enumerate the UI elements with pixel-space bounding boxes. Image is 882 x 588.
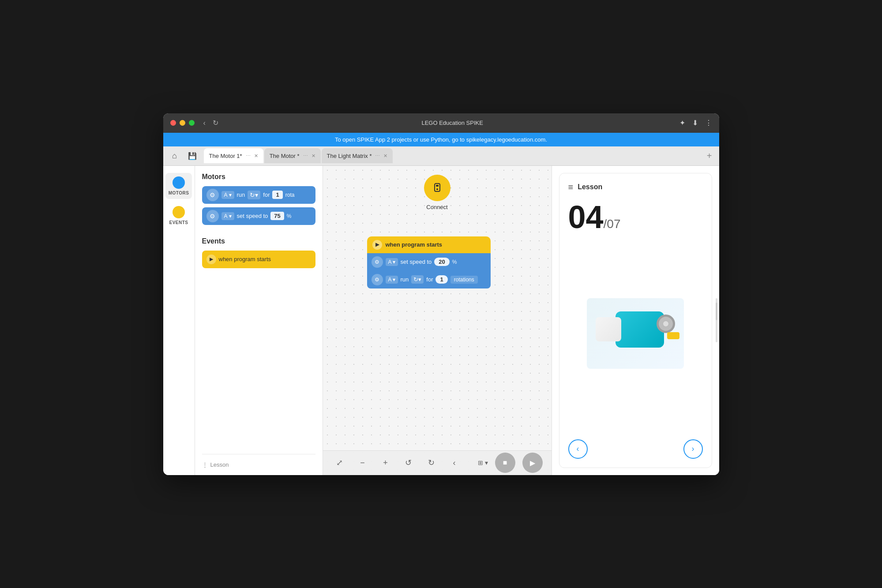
lesson-scrollbar[interactable] [716,298,717,342]
tabbar: ⌂ 💾 The Motor 1* ⋯ ✕ The Motor * ⋯ ✕ The… [163,146,719,166]
info-banner: To open SPIKE App 2 projects or use Pyth… [163,133,719,146]
tab-motor-label: The Motor * [270,153,300,159]
lesson-bottom-label: Lesson [210,461,229,468]
canvas-set-speed-label: set speed to [401,258,432,265]
window-title: LEGO Education SPIKE [225,120,679,126]
svg-rect-1 [436,185,439,187]
puzzle-icon[interactable]: ✦ [679,119,685,127]
grid-view-button[interactable]: ⊞ ▾ [478,459,488,466]
maximize-button[interactable] [189,120,195,126]
lesson-header: ≡ Lesson [568,182,703,192]
canvas-run-value[interactable]: 1 [435,275,447,284]
tab-lightmatrix-menu[interactable]: ⋯ [375,153,380,159]
grid-icon: ⊞ [478,459,483,466]
lesson-scrollbar-thumb [716,303,717,320]
lesson-total: /07 [604,217,621,231]
tab-motor1[interactable]: The Motor 1* ⋯ ✕ [204,148,263,163]
canvas-run-block[interactable]: ⚙ A ▾ run ↻▾ for 1 rotations [367,271,491,288]
traffic-lights [170,120,195,126]
canvas-motor-icon1: ⚙ [372,256,383,268]
block-port-dropdown[interactable]: A ▾ [221,191,234,199]
lesson-number: 04 [568,199,604,235]
canvas-set-speed-block[interactable]: ⚙ A ▾ set speed to 20 % [367,253,491,271]
play-run-button[interactable]: ▶ [522,453,543,473]
rotate-direction-icon[interactable]: ↻▾ [248,191,260,199]
lesson-title: Lesson [578,183,602,191]
lesson-next-button[interactable]: › [683,439,703,459]
canvas-program-blocks: ▶ when program starts ⚙ A ▾ set speed to… [367,236,491,288]
menu-icon[interactable]: ⋮ [705,119,712,127]
svg-point-2 [436,188,438,190]
tab-motor-menu[interactable]: ⋯ [303,153,308,159]
back-nav-button[interactable]: ‹ [202,118,207,128]
sidebar-item-motors[interactable]: MOTORS [165,173,192,199]
canvas-motor-icon2: ⚙ [372,274,383,285]
tab-lightmatrix[interactable]: The Light Matrix * ⋯ ✕ [322,148,393,163]
new-tab-button[interactable]: + [703,149,716,163]
titlebar-actions: ✦ ⬇ ⋮ [679,119,712,127]
zoom-in-button[interactable]: + [378,455,394,471]
speed-unit: % [287,213,292,219]
palette-lesson-button[interactable]: ⋮ Lesson [202,454,315,468]
set-speed-label: set speed to [237,213,268,219]
canvas-area[interactable]: Connect ▶ when program starts ⚙ A ▾ [323,166,552,475]
sidebar-motors-label: MOTORS [169,191,189,195]
tab-lightmatrix-label: The Light Matrix * [327,153,372,159]
block-stack: ▶ when program starts ⚙ A ▾ set speed to… [367,236,491,288]
canvas-rotate-icon[interactable]: ↻▾ [411,275,424,284]
nav-buttons: ‹ ↻ [202,118,220,128]
block-when-program-starts[interactable]: ▶ when program starts [202,251,315,268]
redo-button[interactable]: ↻ [424,455,439,471]
stop-icon: ■ [503,459,507,467]
tab-motor1-close[interactable]: ✕ [254,153,258,159]
canvas-rotations-label[interactable]: rotations [450,276,478,284]
refresh-nav-button[interactable]: ↻ [211,118,220,128]
canvas-when-block[interactable]: ▶ when program starts [367,236,491,253]
run-value-field[interactable]: 1 [272,191,282,199]
lesson-panel: ≡ Lesson 04/07 [552,166,719,475]
run-label: run [237,191,245,198]
tab-motor[interactable]: The Motor * ⋯ ✕ [264,148,321,163]
play-icon: ▶ [530,459,535,467]
home-button[interactable]: ⌂ [167,148,183,164]
connect-icon [424,175,450,201]
canvas-port-a2-dropdown[interactable]: A ▾ [386,276,398,284]
block-port-a2-dropdown[interactable]: A ▾ [221,212,234,220]
when-program-label: when program starts [219,256,271,262]
lesson-number-row: 04/07 [568,201,703,233]
for-label: for [263,191,270,198]
close-button[interactable] [170,120,176,126]
tab-lightmatrix-close[interactable]: ✕ [383,153,387,159]
zoom-out-button[interactable]: − [355,455,371,471]
speed-value-field[interactable]: 75 [270,212,284,220]
save-button[interactable]: 💾 [184,148,200,164]
motor-body-teal [616,311,664,348]
canvas-port-a-dropdown[interactable]: A ▾ [386,258,398,266]
tab-motor-close[interactable]: ✕ [312,153,315,159]
undo-button[interactable]: ↺ [401,455,417,471]
sidebar-events-label: EVENTS [169,220,188,225]
lesson-prev-button[interactable]: ‹ [568,439,588,459]
canvas-when-label: when program starts [386,241,443,248]
tab-motor1-menu[interactable]: ⋯ [246,153,251,159]
motor-speed-icon: ⚙ [206,210,219,222]
minimize-button[interactable] [180,120,185,126]
connect-button[interactable]: Connect [424,175,450,210]
canvas-toolbar: ⤢ − + ↺ ↻ ‹ ⊞ ▾ ■ ▶ [323,450,552,475]
block-set-speed[interactable]: ⚙ A ▾ set speed to 75 % [202,207,315,225]
events-section-title: Events [202,237,315,245]
block-run-rotations[interactable]: ⚙ A ▾ run ↻▾ for 1 rota [202,186,315,204]
canvas-for-label: for [426,276,433,283]
canvas-speed-value[interactable]: 20 [434,258,449,266]
motor-run-icon: ⚙ [206,189,219,201]
block-palette: Motors ⚙ A ▾ run ↻▾ for 1 rota ⚙ A ▾ set… [195,166,323,475]
back-button[interactable]: ‹ [447,455,462,471]
download-icon[interactable]: ⬇ [692,119,698,127]
motors-icon [173,176,185,189]
lesson-list-icon: ≡ [568,182,574,192]
three-dots-icon: ⋮ [202,461,208,468]
sidebar-item-events[interactable]: EVENTS [165,202,192,228]
stop-button[interactable]: ■ [495,453,515,473]
compress-button[interactable]: ⤢ [332,455,348,471]
banner-text: To open SPIKE App 2 projects or use Pyth… [335,136,547,143]
